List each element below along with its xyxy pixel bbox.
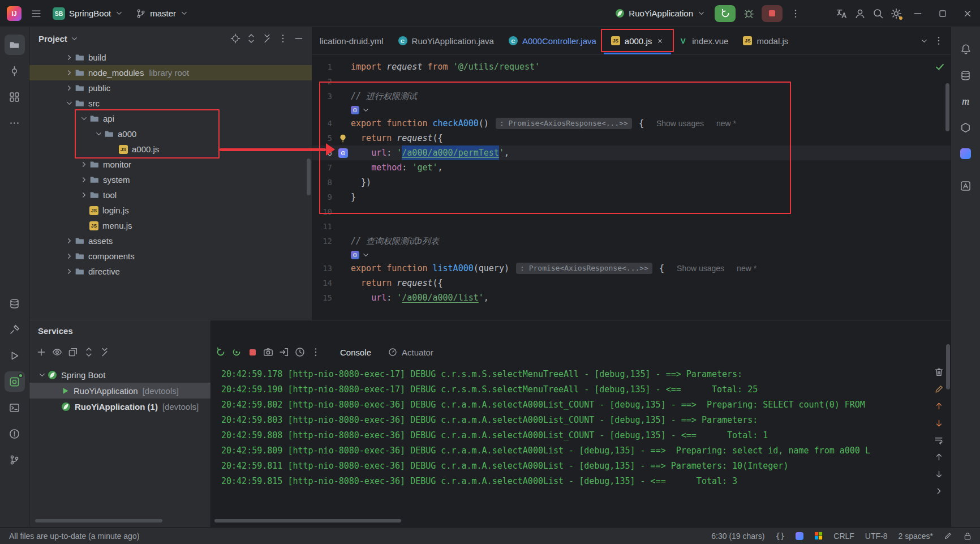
run-icon[interactable] (5, 345, 25, 366)
translate-icon[interactable] (833, 5, 851, 23)
tree-chevron-icon[interactable] (78, 175, 89, 184)
service-row[interactable]: Spring Boot (29, 367, 210, 383)
console-v-scrollbar[interactable] (946, 344, 950, 389)
minimize-icon[interactable] (905, 0, 930, 27)
tree-row[interactable]: JSlogin.js (29, 203, 312, 218)
console-h-scrollbar[interactable] (214, 519, 401, 522)
endpoint-gutter-icon[interactable] (335, 148, 351, 158)
tree-row[interactable]: tool (29, 187, 312, 203)
editor-tab[interactable]: lication-druid.yml (312, 27, 391, 54)
chevron-down-icon[interactable] (362, 106, 370, 114)
rerun-application-button[interactable] (715, 5, 736, 22)
project-panel-title[interactable]: Project (38, 34, 79, 44)
stop-icon[interactable] (245, 345, 260, 359)
arrow-up-icon[interactable] (931, 449, 946, 464)
add-icon[interactable] (34, 345, 49, 359)
tree-row[interactable]: directive (29, 264, 312, 279)
database-icon[interactable] (956, 65, 976, 85)
tree-chevron-icon[interactable] (63, 99, 75, 108)
translation-icon[interactable] (956, 175, 976, 196)
open-new-tab-icon[interactable] (66, 345, 80, 359)
run-configuration-selector[interactable]: RuoYiApplication (610, 4, 711, 23)
close-icon[interactable] (656, 37, 664, 45)
services-h-scrollbar[interactable] (35, 519, 162, 522)
tree-chevron-icon[interactable] (36, 371, 48, 379)
editor-tab[interactable]: Vindex.vue (671, 27, 736, 54)
maximize-icon[interactable] (930, 0, 955, 27)
intellij-logo-icon[interactable]: IJ (7, 6, 22, 21)
version-control-icon[interactable] (5, 449, 25, 470)
camera-icon[interactable] (261, 345, 276, 359)
chevron-down-icon[interactable] (362, 251, 370, 259)
line-ending-indicator[interactable]: CRLF (833, 532, 854, 541)
cursor-position[interactable]: 6:30 (19 chars) (711, 532, 764, 541)
inspections-ok-icon[interactable] (935, 62, 945, 72)
tree-row[interactable]: system (29, 172, 312, 187)
kebab-icon[interactable] (276, 31, 290, 46)
dependencies-icon[interactable] (956, 117, 976, 138)
tree-row[interactable]: build (29, 50, 312, 65)
tree-chevron-icon[interactable] (78, 160, 89, 169)
trash-icon[interactable] (931, 365, 946, 379)
settings-icon[interactable] (887, 5, 905, 23)
tree-row[interactable]: a000 (29, 126, 312, 142)
tree-chevron-icon[interactable] (78, 114, 89, 123)
editor-tab[interactable]: JSa000.js (604, 27, 671, 54)
status-message[interactable]: All files are up-to-date (a minute ago) (9, 532, 139, 541)
tree-chevron-icon[interactable] (63, 252, 75, 260)
editor[interactable]: 1import request from '@/utils/request'23… (312, 55, 951, 320)
collapse-all-icon[interactable] (97, 345, 112, 359)
tree-row[interactable]: public (29, 80, 312, 96)
search-icon[interactable] (869, 5, 887, 23)
editor-scrollbar[interactable] (945, 83, 949, 131)
show-icon[interactable] (50, 345, 65, 359)
maven-icon[interactable]: m (956, 91, 976, 112)
intention-bulb-icon[interactable] (335, 134, 351, 143)
service-row[interactable]: RuoYiApplication (1)[devtools] (29, 399, 210, 414)
tree-row[interactable]: JSa000.js (29, 142, 312, 157)
tree-row[interactable]: JSmenu.js (29, 218, 312, 233)
tree-row[interactable]: assets (29, 233, 312, 249)
kebab-icon[interactable] (308, 345, 323, 359)
tree-chevron-icon[interactable] (63, 53, 75, 62)
inline-actions-icon[interactable] (351, 106, 359, 114)
hide-icon[interactable] (291, 31, 306, 46)
services-icon[interactable] (5, 371, 25, 392)
rerun-icon[interactable] (213, 345, 228, 359)
notifications-icon[interactable] (956, 39, 976, 59)
restart-icon[interactable] (229, 345, 244, 359)
chevron-right-icon[interactable] (931, 483, 946, 498)
tab-options-icon[interactable] (931, 33, 946, 48)
terminal-icon[interactable] (5, 397, 25, 418)
editor-tab[interactable]: CRuoYiApplication.java (391, 27, 501, 54)
more-run-actions-icon[interactable] (786, 5, 805, 23)
inline-actions-icon[interactable] (351, 251, 359, 259)
console-tab[interactable]: Actuator (388, 341, 433, 363)
stop-button[interactable] (762, 5, 783, 22)
tree-chevron-icon[interactable] (78, 191, 89, 199)
file-encoding-indicator[interactable]: UTF-8 (865, 532, 888, 541)
arrow-up-colored-icon[interactable] (931, 399, 946, 413)
locate-icon[interactable] (228, 31, 243, 46)
service-row[interactable]: RuoYiApplication[devtools] (29, 383, 210, 399)
code-style-icon[interactable]: {} (775, 532, 785, 541)
commit-icon[interactable] (5, 61, 25, 81)
indent-indicator[interactable]: 2 spaces* (899, 532, 933, 541)
hidden-tabs-icon[interactable] (917, 33, 931, 48)
project-scrollbar[interactable] (307, 159, 311, 195)
tree-chevron-icon[interactable] (63, 267, 75, 276)
tree-chevron-icon[interactable] (63, 84, 75, 92)
more-icon[interactable] (5, 113, 25, 133)
arrow-down-icon[interactable] (931, 466, 946, 481)
pencil-icon[interactable] (931, 382, 946, 396)
console-tab[interactable]: Console (340, 341, 371, 363)
problems-icon[interactable] (5, 423, 25, 444)
arrow-down-colored-icon[interactable] (931, 416, 946, 430)
tree-chevron-icon[interactable] (63, 68, 75, 77)
history-icon[interactable] (293, 345, 307, 359)
tree-row[interactable]: components (29, 249, 312, 264)
console-output[interactable]: 20:42:59.178 [http-nio-8080-exec-17] DEB… (211, 363, 951, 527)
close-icon[interactable] (955, 0, 980, 27)
microsoft-colors-icon[interactable] (814, 532, 823, 540)
tree-row[interactable]: monitor (29, 157, 312, 172)
